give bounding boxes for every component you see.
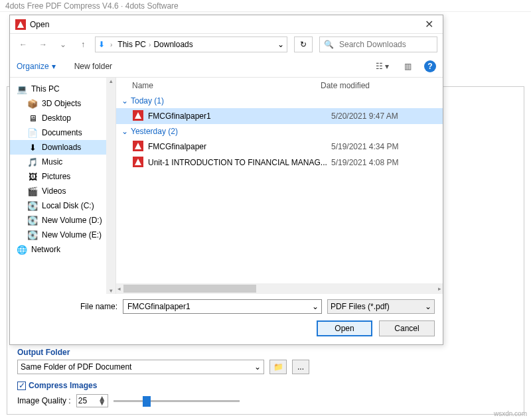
- compress-images-checkbox[interactable]: ✓: [17, 382, 26, 390]
- more-options-button[interactable]: ...: [292, 360, 309, 374]
- scroll-thumb[interactable]: [123, 285, 256, 293]
- chevron-down-icon: ⌄: [121, 96, 128, 105]
- tree-item-icon: 💽: [27, 200, 38, 211]
- tree-item-icon: 📦: [27, 98, 38, 109]
- tree-item-desktop[interactable]: 🖥Desktop: [10, 111, 115, 125]
- image-quality-stepper[interactable]: 25 ▲▼: [76, 394, 108, 407]
- tree-item-new-volume-e-[interactable]: 💽New Volume (E:): [10, 228, 115, 242]
- file-type-filter[interactable]: PDF Files (*.pdf) ⌄: [327, 299, 435, 314]
- tree-item-label: Network: [31, 245, 60, 254]
- pdf-app-icon: [15, 19, 26, 30]
- chevron-right-icon: ›: [109, 41, 114, 48]
- horizontal-scrollbar[interactable]: ◂ ▸: [116, 283, 443, 294]
- downloads-icon: ⬇: [98, 40, 105, 49]
- tree-item-icon: 🎬: [27, 186, 38, 196]
- back-button[interactable]: ←: [15, 36, 31, 52]
- dialog-title: Open: [30, 20, 420, 29]
- tree-item-pictures[interactable]: 🖼Pictures: [10, 169, 115, 184]
- app-content: Output Folder Same Folder of PDF Documen…: [17, 348, 511, 407]
- watermark: wsxdn.com: [494, 410, 527, 417]
- nav-row: ← → ⌄ ↑ ⬇ › This PC › Downloads ⌄ ↻ 🔍: [10, 34, 443, 55]
- dialog-bottom: File name: ⌄ PDF Files (*.pdf) ⌄ Open Ca…: [10, 294, 443, 344]
- new-folder-button[interactable]: New folder: [74, 62, 112, 71]
- tree-item-network[interactable]: 🌐Network: [10, 242, 115, 257]
- column-headers: Name Date modified: [116, 78, 443, 94]
- tree-item-local-disk-c-[interactable]: 💽Local Disk (C:): [10, 198, 115, 213]
- chevron-right-icon: ›: [147, 41, 152, 48]
- breadcrumb: This PC › Downloads: [117, 40, 273, 49]
- help-button[interactable]: ?: [424, 60, 436, 72]
- output-folder-select[interactable]: Same Folder of PDF Document ⌄: [17, 360, 264, 374]
- scroll-left-icon[interactable]: ◂: [117, 285, 121, 292]
- view-mode-button[interactable]: ☷ ▾: [371, 58, 394, 74]
- toolbar: Organize ▾ New folder ☷ ▾ ▥ ?: [10, 55, 443, 78]
- refresh-button[interactable]: ↻: [294, 36, 313, 52]
- file-list-pane: Name Date modified ⌄Today (1)FMCGfinalpa…: [116, 78, 443, 294]
- tree-item-icon: 💽: [27, 230, 38, 240]
- pdf-file-icon: [132, 110, 144, 123]
- breadcrumb-item[interactable]: Downloads: [153, 40, 192, 49]
- search-input[interactable]: [338, 39, 433, 50]
- compress-images-label: Compress Images: [29, 381, 97, 390]
- scroll-down-icon[interactable]: ▾: [110, 287, 113, 294]
- slider-track: [114, 400, 240, 402]
- file-row[interactable]: FMCGfinalpaper15/20/2021 9:47 AM: [116, 108, 443, 124]
- image-quality-slider[interactable]: [114, 395, 240, 406]
- search-box[interactable]: 🔍: [319, 36, 437, 52]
- file-row[interactable]: FMCGfinalpaper5/19/2021 4:34 PM: [116, 139, 443, 155]
- column-date[interactable]: Date modified: [321, 81, 437, 90]
- nav-tree: 💻This PC📦3D Objects🖥Desktop📄Documents⬇Do…: [10, 78, 116, 294]
- tree-item-label: Pictures: [42, 172, 70, 181]
- chevron-down-icon: ⌄: [254, 362, 261, 372]
- file-group-header[interactable]: ⌄Yesterday (2): [116, 124, 443, 139]
- tree-item-label: New Volume (D:): [42, 216, 102, 225]
- tree-scrollbar[interactable]: ▴ ▾: [106, 78, 115, 294]
- tree-item-label: 3D Objects: [42, 99, 81, 108]
- chevron-down-icon[interactable]: ⌄: [312, 302, 319, 311]
- slider-thumb[interactable]: [143, 396, 151, 407]
- open-button[interactable]: Open: [317, 320, 372, 336]
- tree-item-label: Desktop: [42, 113, 71, 123]
- forward-button: →: [35, 36, 51, 52]
- organize-button[interactable]: Organize ▾: [17, 62, 56, 71]
- tree-item-3d-objects[interactable]: 📦3D Objects: [10, 96, 115, 111]
- up-button[interactable]: ↑: [75, 36, 91, 52]
- tree-item-icon: 🎵: [27, 157, 38, 167]
- address-bar[interactable]: ⬇ › This PC › Downloads ⌄: [95, 36, 287, 52]
- file-date: 5/20/2021 9:47 AM: [331, 111, 437, 121]
- tree-item-downloads[interactable]: ⬇Downloads: [10, 140, 115, 155]
- folder-icon: 📁: [273, 362, 283, 372]
- app-titlebar: 4dots Free PDF Compress V4.6 · 4dots Sof…: [0, 0, 531, 12]
- recent-chevron-icon[interactable]: ⌄: [55, 36, 71, 52]
- tree-item-videos[interactable]: 🎬Videos: [10, 184, 115, 198]
- step-down-icon[interactable]: ▼: [98, 401, 106, 405]
- filename-label: File name:: [18, 302, 117, 311]
- cancel-button[interactable]: Cancel: [379, 320, 435, 336]
- dialog-body: 💻This PC📦3D Objects🖥Desktop📄Documents⬇Do…: [10, 78, 443, 294]
- scroll-right-icon[interactable]: ▸: [438, 285, 441, 292]
- dialog-titlebar: Open ✕: [10, 15, 443, 34]
- preview-pane-button[interactable]: ▥: [396, 58, 419, 74]
- file-row[interactable]: Unit-1 INTRODUCTION TO FINANCIAL MANAG..…: [116, 155, 443, 171]
- file-group-header[interactable]: ⌄Today (1): [116, 94, 443, 108]
- tree-item-new-volume-d-[interactable]: 💽New Volume (D:): [10, 213, 115, 228]
- close-button[interactable]: ✕: [420, 18, 437, 31]
- tree-item-music[interactable]: 🎵Music: [10, 155, 115, 169]
- group-label: Today (1): [131, 96, 164, 105]
- filename-input[interactable]: [126, 301, 312, 312]
- image-quality-label: Image Quality :: [17, 396, 71, 405]
- tree-item-label: Downloads: [42, 143, 81, 152]
- chevron-down-icon: ⌄: [425, 302, 431, 311]
- scroll-up-icon[interactable]: ▴: [110, 78, 113, 84]
- tree-item-documents[interactable]: 📄Documents: [10, 125, 115, 140]
- column-name[interactable]: Name: [121, 81, 321, 90]
- tree-item-this-pc[interactable]: 💻This PC: [10, 82, 115, 96]
- filename-field[interactable]: ⌄: [123, 299, 322, 314]
- pdf-file-icon: [132, 141, 144, 153]
- browse-folder-button[interactable]: 📁: [269, 360, 287, 374]
- tree-item-label: Documents: [42, 128, 82, 137]
- pdf-file-icon: [132, 157, 144, 169]
- breadcrumb-item[interactable]: This PC: [117, 40, 146, 49]
- address-dropdown-icon[interactable]: ⌄: [277, 40, 284, 49]
- chevron-down-icon: ▾: [52, 62, 56, 71]
